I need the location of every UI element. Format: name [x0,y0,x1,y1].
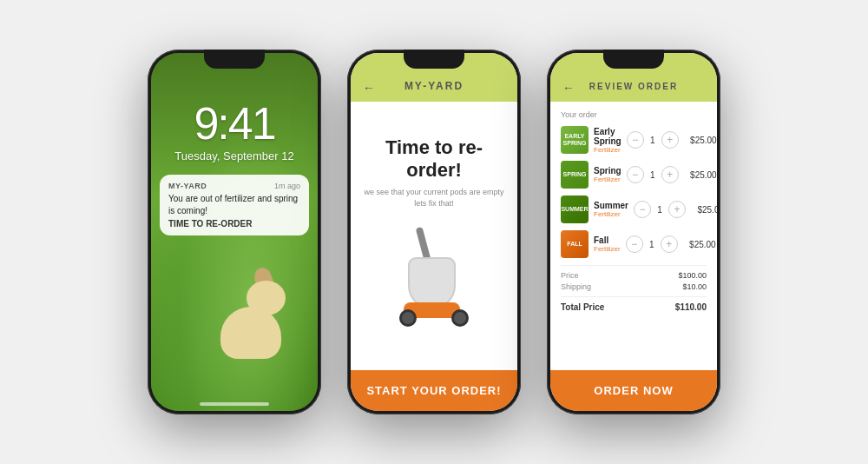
item-icon-text: SPRING [563,171,587,178]
lock-time-container: 9:41 Tuesday, September 12 [151,101,318,162]
spreader-hopper [408,257,456,309]
item-name: Fall [594,235,621,245]
order-item: SUMMER Summer Fertilizer − 1 + $25.00 [561,196,707,223]
shipping-row: Shipping $10.00 [561,282,707,291]
review-header: ← REVIEW ORDER [550,53,717,102]
app-title: MY-YARD [404,80,464,92]
item-name: Spring [594,166,621,176]
order-item: SPRING Spring Fertilizer − 1 + $25.00 [561,161,707,189]
order-items-list: EARLYSPRING Early Spring Fertilizer − 1 … [561,126,707,258]
qty-decrease[interactable]: − [627,131,644,149]
order-now-button[interactable]: ORDER NOW [550,370,717,411]
qty-value: 1 [648,170,658,180]
qty-increase[interactable]: + [661,235,678,253]
qty-decrease[interactable]: − [627,166,644,183]
item-type: Fertilizer [594,146,621,154]
notif-time: 1m ago [274,182,300,190]
qty-control: − 1 + [626,235,678,253]
start-order-button[interactable]: START YOUR ORDER! [351,370,517,411]
notif-app-name: MY-YARD [168,182,207,190]
your-order-label: Your order [561,110,707,119]
item-icon-text: SUMMER [561,206,588,213]
spreader-wheel-left [399,309,417,327]
app-header: ← MY-YARD [351,53,517,102]
item-price: $25.00 [683,240,716,249]
item-icon: SPRING [561,161,589,189]
phone-3: ← REVIEW ORDER Your order EARLYSPRING Ea… [547,50,720,414]
spreader-illustration [382,222,486,327]
spreader-wheel-right [451,309,469,327]
review-title: REVIEW ORDER [589,82,678,91]
phone-1: 9:41 Tuesday, September 12 MY-YARD 1m ag… [148,50,321,414]
price-label: Price [561,271,579,280]
total-divider [561,296,707,297]
qty-decrease[interactable]: − [634,201,651,218]
reorder-title: Time to re-order! [359,136,509,182]
order-divider [561,265,707,266]
total-value: $110.00 [675,302,707,312]
item-name: Summer [594,201,628,210]
order-item: FALL Fall Fertilizer − 1 + $25.00 [561,230,707,258]
item-icon-text: FALL [567,241,582,248]
item-info: Summer Fertilizer [594,201,628,218]
notif-cta: TIME TO RE-ORDER [168,219,300,229]
qty-increase[interactable]: + [661,166,679,183]
qty-value: 1 [648,136,658,145]
review-content: Your order EARLYSPRING Early Spring Fert… [550,102,717,370]
notif-message: You are out of fertilizer and spring is … [168,193,300,217]
shipping-value: $10.00 [682,282,707,291]
total-row: Total Price $110.00 [561,302,707,312]
item-price: $25.00 [684,170,717,180]
qty-decrease[interactable]: − [626,235,643,253]
qty-value: 1 [647,240,657,249]
review-screen: ← REVIEW ORDER Your order EARLYSPRING Ea… [550,53,717,411]
item-price: $25.00 [684,136,717,145]
item-type: Fertilizer [594,210,628,218]
myyard-screen: ← MY-YARD Time to re-order! we see that … [351,53,517,411]
item-type: Fertilizer [594,245,621,253]
home-indicator [200,402,269,406]
item-type: Fertilizer [594,176,621,183]
notification-card[interactable]: MY-YARD 1m ago You are out of fertilizer… [160,175,309,235]
item-info: Spring Fertilizer [594,166,621,183]
qty-control: − 1 + [634,201,686,218]
shipping-label: Shipping [561,282,591,291]
qty-value: 1 [654,205,665,215]
qty-increase[interactable]: + [661,131,679,149]
order-item: EARLYSPRING Early Spring Fertilizer − 1 … [561,126,707,154]
item-info: Fall Fertilizer [594,235,621,253]
price-row: Price $100.00 [561,271,707,280]
item-info: Early Spring Fertilizer [594,127,621,154]
item-price: $25.00 [691,205,717,215]
item-icon: SUMMER [561,196,589,223]
total-label: Total Price [561,302,604,312]
back-button[interactable]: ← [363,81,375,95]
phone-2: ← MY-YARD Time to re-order! we see that … [347,50,521,414]
qty-control: − 1 + [627,131,679,149]
review-back-button[interactable]: ← [562,81,575,95]
qty-control: − 1 + [627,166,679,183]
lock-date: Tuesday, September 12 [151,149,318,162]
item-icon-text: EARLYSPRING [563,133,587,146]
item-icon: FALL [561,230,589,258]
item-icon: EARLYSPRING [561,126,589,154]
lock-time: 9:41 [151,101,318,146]
item-name: Early Spring [594,127,621,146]
myyard-content: Time to re-order! we see that your curre… [351,102,517,370]
reorder-subtitle: we see that your current pods are emptyl… [364,187,503,209]
qty-increase[interactable]: + [668,201,686,218]
lock-screen: 9:41 Tuesday, September 12 MY-YARD 1m ag… [151,53,318,411]
price-value: $100.00 [678,271,707,280]
